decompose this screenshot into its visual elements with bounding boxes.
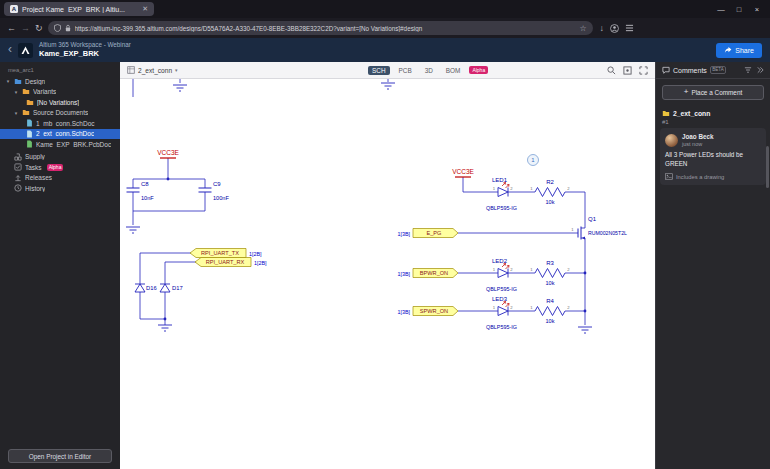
place-comment-button[interactable]: + Place a Comment <box>662 85 764 100</box>
comment-marker[interactable]: 1 <box>528 155 539 166</box>
design-icon <box>14 78 22 85</box>
comment-attachment[interactable]: Includes a drawing <box>665 173 761 180</box>
svg-text:1: 1 <box>493 267 496 272</box>
svg-text:1: 1 <box>493 305 496 310</box>
downloads-icon[interactable]: ↓ <box>600 24 605 33</box>
port-ref-e-pg: 1[3B] <box>397 231 410 237</box>
port-ref-rpi-uart-rx: 1[2B] <box>254 260 267 266</box>
sidebar-item-schdoc-2-selected[interactable]: 2_ext_conn.SchDoc <box>0 129 120 140</box>
tab-3d[interactable]: 3D <box>421 66 437 75</box>
capacitor-c9-symbol <box>199 188 212 192</box>
window-maximize-button[interactable]: □ <box>730 0 748 18</box>
designator-r2: R2 <box>546 179 554 185</box>
tab-sch[interactable]: SCH <box>368 66 390 75</box>
value-c9: 100nF <box>213 195 229 201</box>
browser-tab[interactable]: A Project Kame_EXP_BRK | Altiu... ✕ <box>4 2 154 16</box>
comments-panel: Comments BETA + Place a Comment 2_ext_co… <box>655 62 770 469</box>
view-tabs: SCH PCB 3D BOM Alpha <box>368 66 488 75</box>
share-button[interactable]: Share <box>716 43 762 58</box>
svg-text:1: 1 <box>571 227 574 232</box>
forward-icon[interactable]: → <box>21 24 30 33</box>
power-port-vcc3e <box>160 158 471 177</box>
schematic-canvas[interactable]: VCC3E VCC3E C8 10nF C9 100nF <box>120 79 655 469</box>
designator-d17: D17 <box>172 285 183 291</box>
comment-body: All 3 Power LEDs should be GREEN <box>665 151 761 168</box>
comment-bubble-icon <box>662 66 670 74</box>
window-close-button[interactable]: × <box>748 0 766 18</box>
comment-card[interactable]: Joao Beck just now All 3 Power LEDs shou… <box>660 128 766 185</box>
led2-symbol <box>498 264 509 278</box>
tab-bom[interactable]: BOM <box>442 66 465 75</box>
comments-header: Comments BETA <box>656 62 770 79</box>
sidebar-item-source-documents[interactable]: ▾ Source Documents <box>0 108 120 119</box>
header-titles: Altium 365 Workspace - Webinar Kame_EXP_… <box>39 41 131 58</box>
schematic-wires <box>133 79 585 325</box>
project-sidebar: mea_arc1 ▾ Design ▾ Variants [No Variati… <box>0 62 120 469</box>
folder-icon <box>22 109 30 116</box>
sidebar-item-schdoc-1[interactable]: 1_mb_conn.SchDoc <box>0 118 120 129</box>
tab-pcb[interactable]: PCB <box>395 66 416 75</box>
designator-c9: C9 <box>213 181 221 187</box>
comment-id: #1 <box>656 119 770 128</box>
svg-text:2: 2 <box>510 186 513 191</box>
window-controls: — □ × <box>712 0 766 18</box>
sidebar-item-no-variations[interactable]: [No Variations] <box>0 97 120 108</box>
fit-view-icon[interactable] <box>623 66 632 75</box>
svg-text:1: 1 <box>530 186 533 191</box>
port-shapes <box>190 229 458 316</box>
browser-tab-title: Project Kame_EXP_BRK | Altiu... <box>22 6 138 13</box>
folder-icon <box>22 88 30 95</box>
svg-text:2: 2 <box>510 305 513 310</box>
fullscreen-icon[interactable] <box>639 66 648 75</box>
designator-r3: R3 <box>546 260 554 266</box>
shield-icon <box>54 24 61 32</box>
designator-led2: LED2 <box>492 258 508 264</box>
tab-close-icon[interactable]: ✕ <box>142 5 148 13</box>
document-selector[interactable]: 2_ext_conn ▾ <box>127 66 178 74</box>
bookmark-star-icon[interactable]: ☆ <box>579 24 586 33</box>
net-label-vcc3e-right: VCC3E <box>452 168 474 175</box>
open-project-in-editor-button[interactable]: Open Project in Editor <box>8 449 112 463</box>
svg-text:1: 1 <box>493 186 496 191</box>
comments-scrollbar[interactable] <box>766 146 769 188</box>
back-icon[interactable]: ← <box>7 24 16 33</box>
filter-icon[interactable] <box>744 66 752 74</box>
pcbdoc-icon <box>26 140 33 148</box>
diode-d17-symbol <box>160 284 170 292</box>
port-label-e-pg: E_PG <box>427 230 442 236</box>
resistor-r3-symbol <box>535 269 565 278</box>
reload-icon[interactable]: ↻ <box>35 24 43 33</box>
sidebar-item-variants[interactable]: ▾ Variants <box>0 87 120 98</box>
menu-icon[interactable] <box>625 24 634 32</box>
comment-author: Joao Beck <box>682 133 714 141</box>
account-icon[interactable] <box>610 24 619 33</box>
comment-thread-doc[interactable]: 2_ext_conn <box>656 104 770 119</box>
search-icon[interactable] <box>607 66 616 75</box>
window-minimize-button[interactable]: — <box>712 0 730 18</box>
collapse-panel-icon[interactable] <box>756 66 764 74</box>
sidebar-item-history[interactable]: History <box>0 183 120 194</box>
app-back-icon[interactable]: ‹ <box>8 43 12 55</box>
comments-title: Comments <box>673 67 707 74</box>
diode-d16-symbol <box>135 284 145 292</box>
chevron-down-icon[interactable]: ▾ <box>13 110 19 116</box>
port-ref-bpwr-on: 1[3B] <box>397 271 410 277</box>
value-r4: 10k <box>545 318 554 324</box>
chevron-down-icon[interactable]: ▾ <box>13 89 19 95</box>
url-bar[interactable]: https://altium-inc-399.365.altium.com/de… <box>48 21 593 35</box>
chevron-down-icon[interactable]: ▾ <box>5 78 11 84</box>
svg-text:1: 1 <box>530 267 533 272</box>
viewer-alpha-badge: Alpha <box>469 66 488 74</box>
sidebar-item-design[interactable]: ▾ Design <box>0 76 120 87</box>
sidebar-item-pcbdoc[interactable]: Kame_EXP_BRK.PcbDoc <box>0 139 120 150</box>
sidebar-item-releases[interactable]: Releases <box>0 173 120 184</box>
avatar <box>665 134 678 147</box>
port-label-rpi-uart-tx: RPI_UART_TX <box>201 250 239 256</box>
sidebar-item-supply[interactable]: Supply <box>0 152 120 163</box>
resistor-symbols <box>535 188 565 316</box>
designator-c8: C8 <box>141 181 149 187</box>
designator-q1: Q1 <box>588 216 597 222</box>
viewer-area: 2_ext_conn ▾ SCH PCB 3D BOM Alpha <box>120 62 655 469</box>
value-r2: 10k <box>545 199 554 205</box>
sidebar-item-tasks[interactable]: Tasks Alpha <box>0 162 120 173</box>
